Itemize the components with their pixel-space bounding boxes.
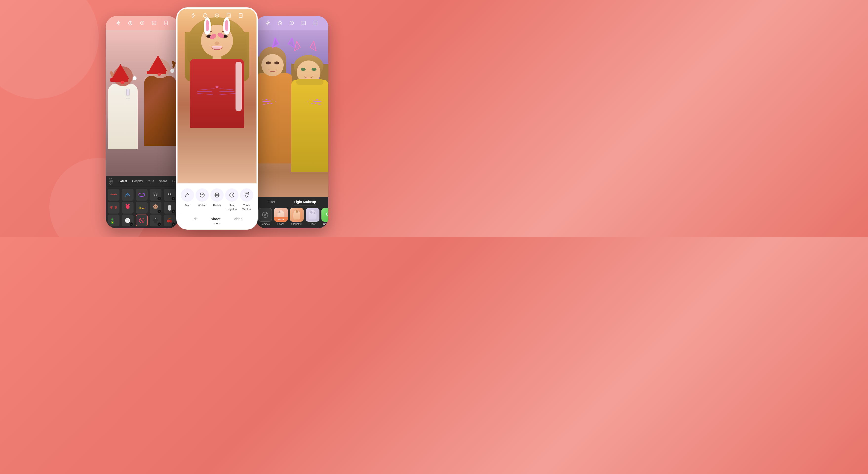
sticker-item[interactable]: ↓ xyxy=(150,215,161,226)
peach-badge: Peach xyxy=(278,219,284,221)
svg-point-2 xyxy=(142,22,143,24)
tab-latest[interactable]: Latest xyxy=(117,179,129,184)
sticker-item[interactable] xyxy=(107,215,120,226)
tab-cute[interactable]: Cute xyxy=(146,179,156,184)
sticker-item[interactable] xyxy=(136,189,148,201)
left-photo-area xyxy=(106,30,179,176)
sticker-item[interactable] xyxy=(122,189,133,201)
svg-point-41 xyxy=(203,194,204,195)
svg-point-25 xyxy=(141,219,143,221)
svg-text:Happy: Happy xyxy=(139,207,145,209)
svg-point-20 xyxy=(111,221,112,222)
center-photo xyxy=(178,9,256,183)
sticker-grid: ↓ ↓ xyxy=(106,187,179,228)
blur-tool[interactable]: Blur xyxy=(181,188,194,207)
ratio-1-1-icon[interactable]: 1:1 xyxy=(151,20,157,26)
svg-point-7 xyxy=(111,194,112,195)
svg-rect-27 xyxy=(154,220,157,223)
flash-icon[interactable] xyxy=(265,20,272,26)
tab-cosplay[interactable]: Cosplay xyxy=(130,179,145,184)
filter-peach[interactable]: Peach Peach xyxy=(274,208,288,225)
whiten-icon xyxy=(195,188,209,202)
sticker-item[interactable] xyxy=(107,189,120,201)
blur-icon xyxy=(181,188,194,202)
left-topbar: 1:1 3:4 xyxy=(106,16,179,30)
sticker-item[interactable]: ↓ xyxy=(164,189,176,201)
svg-text:1:1: 1:1 xyxy=(228,15,230,17)
flip-icon[interactable] xyxy=(139,20,146,26)
sticker-item-selected[interactable] xyxy=(136,215,148,226)
beauty-panel: Blur Whiten xyxy=(178,183,256,228)
svg-text:3:4: 3:4 xyxy=(240,15,242,17)
svg-rect-29 xyxy=(155,219,156,219)
svg-point-21 xyxy=(112,222,113,223)
phone-right: 1:1 3:4 xyxy=(255,16,328,228)
ratio-3-4-icon[interactable]: 3:4 xyxy=(312,20,319,26)
filter-grapefruit-thumb xyxy=(290,208,304,222)
filter-boyfriend[interactable]: Boyfriend xyxy=(321,208,328,225)
svg-point-57 xyxy=(327,213,328,216)
svg-point-45 xyxy=(215,195,216,196)
sticker-item[interactable]: ↓ xyxy=(122,215,133,226)
right-photo-area xyxy=(255,30,328,197)
timer-icon[interactable] xyxy=(127,20,134,26)
svg-point-46 xyxy=(218,195,219,196)
ratio-1-1-icon[interactable]: 1:1 xyxy=(300,20,307,26)
svg-point-9 xyxy=(127,194,129,195)
svg-point-8 xyxy=(115,194,116,195)
svg-point-12 xyxy=(167,192,172,197)
ruddy-tool[interactable]: Ruddy xyxy=(210,188,224,207)
tooth-whiten-label: Tooth Whiten xyxy=(242,204,251,211)
svg-point-11 xyxy=(156,194,157,195)
svg-point-51 xyxy=(291,22,292,24)
flip-icon[interactable] xyxy=(288,20,295,26)
tab-video[interactable]: Video xyxy=(234,217,243,221)
svg-point-18 xyxy=(156,206,157,207)
svg-text:1:1: 1:1 xyxy=(302,23,305,24)
svg-point-10 xyxy=(154,194,155,195)
sticker-item[interactable]: ↓ xyxy=(164,215,176,226)
timer-icon[interactable] xyxy=(277,20,283,26)
ratio-3-4-icon[interactable]: 3:4 xyxy=(162,20,169,26)
svg-point-48 xyxy=(231,194,233,196)
bottom-nav-tabs: Edit Shoot Video xyxy=(180,215,254,223)
filter-clear[interactable]: Clear xyxy=(306,208,319,225)
filter-remove[interactable]: Remove xyxy=(258,208,272,225)
beauty-tools-row: Blur Whiten xyxy=(180,188,254,211)
whiten-tool[interactable]: Whiten xyxy=(195,188,209,207)
sticker-item[interactable]: Happy xyxy=(136,202,148,214)
filter-boyfriend-label: Boyfriend xyxy=(323,223,328,225)
sticker-item[interactable] xyxy=(107,202,120,214)
svg-point-30 xyxy=(167,219,170,222)
eye-brighten-tool[interactable]: Eye Brighten xyxy=(225,188,239,211)
sticker-item[interactable]: ↓ xyxy=(150,189,161,201)
tab-edit[interactable]: Edit xyxy=(192,217,197,221)
sticker-item[interactable] xyxy=(122,202,133,214)
flash-icon[interactable] xyxy=(190,12,197,19)
svg-point-13 xyxy=(168,194,169,195)
tab-shoot[interactable]: Shoot xyxy=(211,217,220,221)
svg-point-17 xyxy=(154,206,155,207)
sticker-item[interactable]: ↓ xyxy=(150,202,161,214)
filter-header: Filter Light Makeup xyxy=(258,200,326,206)
sticker-item[interactable]: ↓ xyxy=(164,202,176,214)
sticker-tabs: ⊘ Latest Cosplay Cute Scene Gl... xyxy=(106,176,179,187)
dot-3 xyxy=(219,223,220,224)
ruddy-label: Ruddy xyxy=(213,204,221,207)
flash-icon[interactable] xyxy=(115,20,122,26)
filter-boyfriend-thumb xyxy=(321,208,328,222)
tooth-whiten-tool[interactable]: Tooth Whiten xyxy=(240,188,253,211)
light-makeup-tab[interactable]: Light Makeup xyxy=(294,200,316,206)
ratio-3-4-icon[interactable]: 3:4 xyxy=(237,12,244,19)
tab-scene[interactable]: Scene xyxy=(157,179,169,184)
filter-tab[interactable]: Filter xyxy=(268,200,275,206)
phone-left: 1:1 3:4 xyxy=(106,16,179,228)
no-filter-icon[interactable]: ⊘ xyxy=(108,178,113,185)
dot-2 xyxy=(216,223,218,224)
eye-brighten-label: Eye Brighten xyxy=(227,204,237,211)
filter-grapefruit[interactable]: Grapefruit xyxy=(290,208,304,225)
filter-grapefruit-label: Grapefruit xyxy=(291,223,302,225)
whiten-label: Whiten xyxy=(198,204,206,207)
filter-peach-label: Peach xyxy=(277,223,284,225)
phones-container: 1:1 3:4 xyxy=(106,7,328,230)
